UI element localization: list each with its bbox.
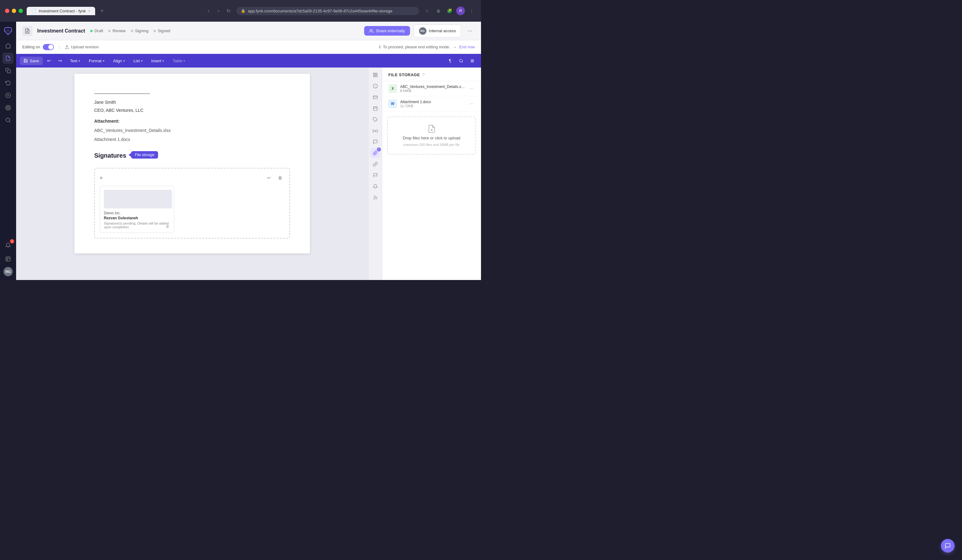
reload-button[interactable]: ↻: [224, 6, 233, 15]
share-externally-button[interactable]: Share externally: [364, 26, 410, 35]
tooltip-arrow: [129, 153, 131, 157]
file-more-button-1[interactable]: ···: [468, 85, 475, 93]
more-options-button[interactable]: ···: [465, 26, 475, 36]
menu-button[interactable]: ⋮: [467, 6, 476, 15]
editing-bar: Editing on ✎ | Upload revision ℹ To proc…: [16, 40, 481, 54]
right-panel-calendar-button[interactable]: [370, 103, 380, 113]
table-button[interactable]: Table ▾: [169, 57, 189, 65]
sig-remove-button[interactable]: 🗑: [164, 223, 171, 230]
text-button[interactable]: Text ▾: [66, 57, 84, 65]
doc-editor[interactable]: Jane Smith CEO, ABC Ventures, LLC Attach…: [16, 68, 368, 280]
sidebar-item-settings[interactable]: [2, 102, 14, 113]
traffic-lights: [5, 9, 23, 13]
active-tab[interactable]: 📄 Investment Contract - fynk ×: [27, 7, 95, 15]
profile-icon[interactable]: R: [456, 6, 465, 15]
right-panel-feed-button[interactable]: [370, 193, 380, 203]
sig-undo-button[interactable]: ↩: [265, 174, 273, 182]
tab-close-button[interactable]: ×: [88, 9, 90, 13]
internal-access-button[interactable]: RG Internal access: [414, 24, 461, 37]
file-more-button-2[interactable]: ···: [468, 100, 475, 108]
notification-badge: 1: [10, 239, 14, 243]
forward-button[interactable]: ›: [214, 6, 223, 15]
upload-drop-zone[interactable]: Drop files here or click to upload maxim…: [387, 116, 476, 154]
back-button[interactable]: ‹: [204, 6, 213, 15]
toolbar-right: ¶ ⊞: [445, 56, 477, 66]
right-panel-bell-button[interactable]: [370, 182, 380, 191]
redo-button[interactable]: ↪: [55, 56, 65, 66]
format-button[interactable]: Format ▾: [85, 57, 108, 65]
end-now-button[interactable]: End now: [459, 45, 475, 49]
editing-toggle-switch[interactable]: ✎: [43, 44, 54, 50]
sidebar-bell-button[interactable]: 1: [2, 240, 14, 251]
status-signing[interactable]: Signing: [131, 29, 148, 33]
file-storage-tooltip: File storage: [131, 151, 158, 159]
status-signed[interactable]: Signed: [153, 29, 170, 33]
fynk-logo-icon: [4, 27, 12, 35]
status-draft[interactable]: Draft: [90, 29, 103, 33]
right-panel-comment-button[interactable]: [370, 137, 380, 147]
bookmark-button[interactable]: ☆: [423, 6, 431, 15]
save-button[interactable]: Save: [20, 57, 43, 65]
right-panel-attachment-button[interactable]: 2: [370, 148, 380, 158]
paragraph-button[interactable]: ¶: [445, 56, 455, 66]
signature-box: Demo Inc. Rezvan Golestaneh Signature(s)…: [100, 186, 174, 233]
right-panel-info-button[interactable]: [370, 81, 380, 91]
file-info-2: Attachment 1.docx 11.72KB: [400, 100, 465, 108]
sig-delete-all-button[interactable]: 🗑: [276, 174, 284, 182]
extension-icon[interactable]: 🧩: [445, 6, 454, 15]
signatures-title: Signatures: [94, 152, 126, 159]
file-size-2: 11.72KB: [400, 104, 465, 108]
right-panel-grid-button[interactable]: [370, 70, 380, 80]
sig-toolbar-right: ↩ 🗑: [265, 174, 284, 182]
close-traffic-light[interactable]: [5, 9, 9, 13]
list-dropdown-arrow: ▾: [141, 59, 142, 63]
browser-actions: ☆ ⊕ 🧩 R ⋮: [423, 6, 476, 15]
right-panel-link-button[interactable]: [370, 159, 380, 169]
format-dropdown-arrow: ▾: [103, 59, 105, 63]
right-panel-card-button[interactable]: [370, 92, 380, 102]
chrome-icon[interactable]: ⊕: [434, 6, 442, 15]
tab-title: Investment Contract - fynk: [39, 9, 86, 13]
sidebar-analytics-button[interactable]: [2, 253, 14, 264]
undo-button[interactable]: ↩: [44, 56, 54, 66]
sidebar-item-search[interactable]: [2, 114, 14, 126]
tab-favicon: 📄: [32, 9, 36, 13]
file-storage-help-icon[interactable]: ?: [423, 72, 425, 77]
draft-label: Draft: [95, 29, 103, 33]
sidebar-item-documents[interactable]: [2, 53, 14, 64]
app-logo: [2, 26, 14, 37]
doc-page: Jane Smith CEO, ABC Ventures, LLC Attach…: [74, 74, 310, 253]
align-button[interactable]: Align ▾: [110, 57, 129, 65]
more-toolbar-button[interactable]: ⊞: [467, 56, 477, 66]
address-bar[interactable]: 🔒 app.fynk.com/documents/a7dc5a09-2135-4…: [236, 7, 419, 15]
doc-name: Jane Smith: [94, 99, 290, 106]
search-toolbar-button[interactable]: [456, 56, 466, 66]
list-button[interactable]: List ▾: [130, 57, 146, 65]
svg-rect-6: [6, 257, 10, 261]
signature-line: [94, 93, 150, 94]
sidebar-item-copy[interactable]: [2, 65, 14, 76]
maximize-traffic-light[interactable]: [19, 9, 23, 13]
signing-label: Signing: [135, 29, 148, 33]
minimize-traffic-light[interactable]: [12, 9, 16, 13]
add-tab-button[interactable]: +: [98, 6, 106, 15]
align-dropdown-arrow: ▾: [123, 59, 125, 63]
sidebar-item-refresh[interactable]: [2, 77, 14, 89]
sidebar-item-play[interactable]: [2, 90, 14, 101]
sidebar-item-home[interactable]: [2, 40, 14, 51]
right-panel-variable-button[interactable]: {x}: [370, 126, 380, 136]
right-panel-flag-button[interactable]: [370, 171, 380, 180]
sig-company: Demo Inc.: [104, 211, 170, 215]
right-panel-tag-button[interactable]: [370, 114, 380, 124]
align-label: Align: [113, 58, 122, 63]
upload-revision-button[interactable]: Upload revision: [65, 45, 99, 49]
table-dropdown-arrow: ▾: [184, 59, 185, 63]
review-dot: [108, 30, 111, 32]
svg-rect-21: [373, 96, 377, 98]
format-label: Format: [89, 58, 101, 63]
user-avatar[interactable]: RG: [3, 267, 13, 276]
file-name-2: Attachment 1.docx: [400, 100, 465, 104]
status-review[interactable]: Review: [108, 29, 126, 33]
signature-placeholder: [104, 190, 172, 208]
insert-button[interactable]: Insert ▾: [147, 57, 168, 65]
